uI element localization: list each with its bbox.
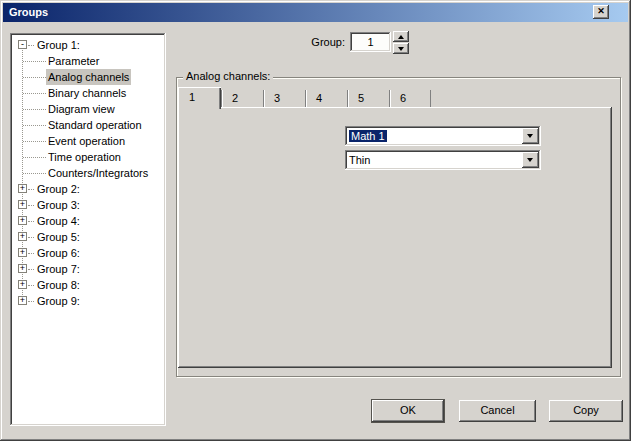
tab-label: 4	[316, 92, 322, 104]
ok-button-label: OK	[400, 404, 416, 416]
line-width-combobox[interactable]: Thin	[345, 150, 541, 170]
tree-row: + Group 5:	[12, 229, 164, 245]
close-icon: ✕	[597, 6, 605, 16]
cancel-button-label: Cancel	[480, 404, 514, 416]
expand-icon[interactable]: +	[18, 200, 27, 209]
tab-4[interactable]: 4	[305, 90, 347, 107]
tree-item-group-6[interactable]: Group 6:	[35, 245, 82, 261]
expand-icon[interactable]: +	[18, 232, 27, 241]
title-bar[interactable]: Groups	[3, 3, 628, 22]
tree-stub	[23, 109, 46, 110]
tree-item-group-4[interactable]: Group 4:	[35, 213, 82, 229]
tree-stub	[28, 189, 34, 190]
close-button[interactable]: ✕	[593, 5, 609, 19]
copy-button-label: Copy	[573, 404, 599, 416]
tree-row: Binary channels	[12, 85, 164, 101]
tree-row: Event operation	[12, 133, 164, 149]
tab-5[interactable]: 5	[347, 90, 389, 107]
input-signal-dropdown-button[interactable]	[522, 128, 539, 144]
tree-stub	[28, 205, 34, 206]
tree-item-group-3[interactable]: Group 3:	[35, 197, 82, 213]
tree-stub	[23, 77, 46, 78]
tree-row: + Group 2:	[12, 181, 164, 197]
tree-item-group-1[interactable]: Group 1:	[35, 37, 82, 53]
tree-stub	[28, 253, 34, 254]
tree-stub	[28, 269, 34, 270]
expand-icon[interactable]: +	[18, 184, 27, 193]
tree-item-counters-integrators[interactable]: Counters/Integrators	[46, 165, 150, 181]
tree-stub	[23, 157, 46, 158]
tree-item-parameter[interactable]: Parameter	[46, 53, 101, 69]
chevron-down-icon	[527, 158, 533, 162]
copy-button[interactable]: Copy	[549, 400, 623, 422]
tab-label: 6	[400, 92, 406, 104]
tab-6[interactable]: 6	[389, 90, 431, 107]
tree-row: + Group 8:	[12, 277, 164, 293]
tree-row: Analog channels	[12, 69, 164, 85]
tab-label: 5	[358, 92, 364, 104]
input-signal-combobox[interactable]: Math 1	[345, 126, 541, 146]
tree-item-diagram-view[interactable]: Diagram view	[46, 101, 117, 117]
tab-3[interactable]: 3	[263, 90, 305, 107]
tree-item-group-8[interactable]: Group 8:	[35, 277, 82, 293]
tab-label: 2	[232, 92, 238, 104]
tab-1[interactable]: 1	[178, 87, 221, 109]
tab-page	[178, 107, 612, 368]
line-width-value: Thin	[349, 154, 370, 166]
tree-stub	[28, 301, 34, 302]
ok-button[interactable]: OK	[372, 400, 444, 422]
tree-stub	[23, 173, 46, 174]
tree-stub	[23, 125, 46, 126]
group-tree[interactable]: - Group 1: Parameter Analog channels Bin…	[12, 35, 164, 424]
group-selector-label: Group:	[250, 36, 345, 48]
cancel-button[interactable]: Cancel	[459, 400, 536, 422]
tree-row: + Group 9:	[12, 293, 164, 309]
tree-item-binary-channels[interactable]: Binary channels	[46, 85, 128, 101]
tree-stub	[28, 237, 34, 238]
tree-item-group-5[interactable]: Group 5:	[35, 229, 82, 245]
expand-icon[interactable]: +	[18, 248, 27, 257]
tree-row: + Group 6:	[12, 245, 164, 261]
input-signal-value: Math 1	[349, 130, 387, 142]
spin-down-button[interactable]	[393, 43, 409, 54]
groupbox-title: Analog channels:	[183, 70, 273, 82]
tree-panel: - Group 1: Parameter Analog channels Bin…	[10, 33, 166, 426]
tree-row: + Group 3:	[12, 197, 164, 213]
tree-item-group-2[interactable]: Group 2:	[35, 181, 82, 197]
spin-down-icon	[398, 47, 404, 51]
tree-stub	[23, 93, 46, 94]
tree-row: Diagram view	[12, 101, 164, 117]
tree-item-time-operation[interactable]: Time operation	[46, 149, 123, 165]
spin-up-icon	[398, 35, 404, 39]
tree-row: + Group 4:	[12, 213, 164, 229]
window-title: Groups	[9, 6, 48, 18]
tab-label: 3	[274, 92, 280, 104]
expand-icon[interactable]: +	[18, 296, 27, 305]
tree-item-analog-channels[interactable]: Analog channels	[46, 69, 131, 85]
tab-label: 1	[189, 91, 195, 103]
tab-2[interactable]: 2	[221, 90, 263, 107]
tree-row: Standard operation	[12, 117, 164, 133]
tree-item-event-operation[interactable]: Event operation	[46, 133, 127, 149]
expand-icon[interactable]: +	[18, 264, 27, 273]
collapse-icon[interactable]: -	[18, 40, 27, 49]
tree-stub	[28, 45, 34, 46]
chevron-down-icon	[527, 134, 533, 138]
expand-icon[interactable]: +	[18, 280, 27, 289]
tree-row: Time operation	[12, 149, 164, 165]
tree-row: Parameter	[12, 53, 164, 69]
tree-stub	[28, 221, 34, 222]
tree-item-group-7[interactable]: Group 7:	[35, 261, 82, 277]
tree-row: Counters/Integrators	[12, 165, 164, 181]
groups-dialog: Groups ✕ - Group 1: Parameter Analog cha…	[0, 0, 631, 441]
tree-stub	[23, 61, 46, 62]
group-number-field[interactable]	[350, 32, 391, 52]
tree-item-standard-operation[interactable]: Standard operation	[46, 117, 144, 133]
tree-stub	[23, 141, 46, 142]
tree-stub	[28, 285, 34, 286]
tree-row: - Group 1:	[12, 37, 164, 53]
line-width-dropdown-button[interactable]	[522, 152, 539, 168]
spin-up-button[interactable]	[393, 31, 409, 42]
expand-icon[interactable]: +	[18, 216, 27, 225]
tree-item-group-9[interactable]: Group 9:	[35, 293, 82, 309]
